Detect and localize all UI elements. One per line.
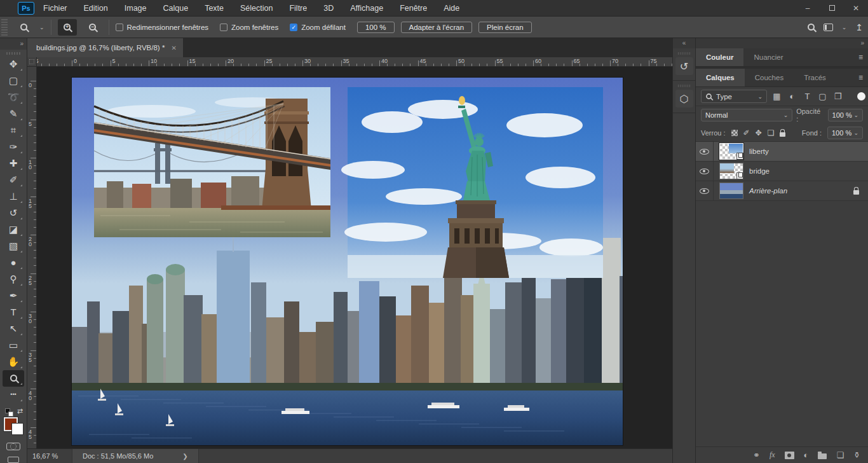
- tab-couleur[interactable]: Couleur: [696, 48, 743, 66]
- opacity-field[interactable]: 100 % ⌄: [828, 109, 863, 121]
- zoom-tool[interactable]: [3, 370, 24, 387]
- toolbar-grip[interactable]: [6, 52, 20, 55]
- lock-pixels-icon[interactable]: ✐: [743, 128, 750, 137]
- tab-couches[interactable]: Couches: [745, 69, 794, 86]
- menu-fenêtre[interactable]: Fenêtre: [400, 4, 427, 13]
- menu-edition[interactable]: Edition: [84, 4, 108, 13]
- share-icon[interactable]: ↥: [855, 22, 863, 32]
- pen-tool[interactable]: ✒: [3, 287, 24, 304]
- rectangular-marquee-tool[interactable]: ▢: [3, 73, 24, 89]
- visibility-toggle[interactable]: [696, 181, 714, 200]
- layer-thumbnail[interactable]: [719, 183, 743, 199]
- dock-collapse-chevron[interactable]: »: [696, 38, 868, 48]
- button-100-%[interactable]: 100 %: [357, 22, 395, 33]
- tab-traces[interactable]: Tracés: [794, 69, 836, 86]
- menu-filtre[interactable]: Filtre: [289, 4, 307, 13]
- checkbox-redimensionner-fenêtres[interactable]: Redimensionner fenêtres: [116, 24, 209, 31]
- lock-artboard-icon[interactable]: ❏: [768, 128, 775, 137]
- eraser-tool[interactable]: ◪: [3, 221, 24, 238]
- menu-sélection[interactable]: Sélection: [240, 4, 273, 13]
- horizontal-ruler[interactable]: 5051015202530354045505560657075: [37, 57, 672, 67]
- lasso-tool[interactable]: ➰: [3, 89, 24, 106]
- toolbar-collapse-chevron[interactable]: »: [0, 38, 27, 50]
- filter-type-dropdown[interactable]: Type ⌄: [701, 90, 767, 103]
- adjustment-layer-icon[interactable]: ◐: [804, 450, 809, 460]
- lock-all-icon[interactable]: [780, 132, 785, 137]
- clone-stamp-tool[interactable]: ⊥: [3, 188, 24, 205]
- adjustment-layer-filter-icon[interactable]: ◐: [787, 92, 797, 101]
- lock-position-icon[interactable]: ✥: [756, 128, 762, 137]
- zoom-out-button[interactable]: −: [83, 19, 102, 36]
- document-canvas[interactable]: [72, 78, 623, 445]
- ruler-origin[interactable]: [27, 57, 37, 67]
- document-info[interactable]: Doc : 51,5 Mo/85,6 Mo ❯: [72, 449, 199, 463]
- restore-button[interactable]: [820, 0, 844, 17]
- visibility-toggle[interactable]: [696, 142, 714, 161]
- layer-row-liberty[interactable]: liberty: [696, 142, 868, 162]
- workspace-icon[interactable]: [824, 24, 833, 31]
- menu-affichage[interactable]: Affichage: [350, 4, 383, 13]
- type-tool[interactable]: T: [3, 304, 24, 321]
- new-group-icon[interactable]: [818, 452, 827, 459]
- filter-toggle[interactable]: [857, 92, 865, 100]
- zoom-level-field[interactable]: 16,67 %: [27, 452, 72, 460]
- menu-fichier[interactable]: Fichier: [43, 4, 67, 13]
- history-brush-tool[interactable]: ↺: [3, 205, 24, 221]
- smart-object-filter-icon[interactable]: ❐: [832, 92, 843, 101]
- path-selection-tool[interactable]: ↖: [3, 321, 24, 337]
- document-tab[interactable]: buildings.jpg @ 16,7% (liberty, RVB/8) *…: [27, 38, 183, 57]
- hand-tool[interactable]: ✋: [3, 354, 24, 370]
- tab-close-icon[interactable]: ✕: [171, 45, 176, 52]
- link-layers-icon[interactable]: ⚭: [753, 450, 760, 460]
- layer-style-icon[interactable]: fx: [770, 450, 775, 460]
- tool-preset-chevron[interactable]: ⌄: [39, 24, 44, 31]
- minimize-button[interactable]: –: [796, 0, 820, 17]
- edit-toolbar[interactable]: •••: [3, 387, 24, 403]
- layer-row-bridge[interactable]: bridge: [696, 162, 868, 181]
- new-layer-icon[interactable]: ❏: [836, 450, 844, 460]
- gradient-tool[interactable]: ▧: [3, 238, 24, 254]
- tab-nuancier[interactable]: Nuancier: [743, 48, 793, 66]
- button-plein-écran[interactable]: Plein écran: [478, 22, 532, 33]
- eyedropper-tool[interactable]: ✑: [3, 139, 24, 155]
- blend-mode-dropdown[interactable]: Normal ⌄: [701, 109, 792, 121]
- layer-thumbnail[interactable]: [719, 143, 743, 160]
- menu-calque[interactable]: Calque: [163, 4, 189, 13]
- zoom-in-button[interactable]: +: [58, 19, 77, 36]
- checkbox-zoom-défilant[interactable]: ✓Zoom défilant: [290, 24, 346, 31]
- tab-calques[interactable]: Calques: [696, 69, 745, 86]
- blur-tool[interactable]: ●: [3, 254, 24, 271]
- lock-transparency-icon[interactable]: [731, 130, 738, 136]
- layer-mask-icon[interactable]: [785, 452, 794, 459]
- brush-tool[interactable]: ✐: [3, 172, 24, 188]
- shape-layer-filter-icon[interactable]: ▢: [817, 92, 828, 101]
- status-chevron-icon[interactable]: ❯: [182, 453, 187, 460]
- current-tool-icon[interactable]: [14, 19, 33, 36]
- default-swap-colors[interactable]: ⇄: [4, 407, 23, 415]
- search-icon[interactable]: [808, 24, 815, 31]
- quick-mask-button[interactable]: [6, 443, 20, 450]
- fill-field[interactable]: 100 % ⌄: [827, 127, 863, 139]
- layer-row-arriere-plan[interactable]: Arrière-plan: [696, 181, 868, 201]
- canvas-workspace[interactable]: 5051015202530354045505560657075 051 01 5…: [27, 57, 672, 448]
- spot-healing-brush-tool[interactable]: ✚: [3, 155, 24, 172]
- quick-selection-tool[interactable]: ✎: [3, 106, 24, 122]
- background-lock-icon[interactable]: [853, 190, 859, 195]
- workspace-chevron[interactable]: ⌄: [842, 24, 847, 31]
- checkbox-zoom-fenêtres[interactable]: Zoom fenêtres: [220, 24, 278, 31]
- delete-layer-icon[interactable]: ⚱: [853, 450, 860, 460]
- close-button[interactable]: ✕: [844, 0, 868, 17]
- button-adapter-à-l'écran[interactable]: Adapter à l'écran: [401, 22, 473, 33]
- rectangle-tool[interactable]: ▭: [3, 337, 24, 354]
- vertical-ruler[interactable]: 051 01 52 02 53 03 54 04 5: [27, 67, 37, 448]
- history-panel-icon[interactable]: ↺: [675, 57, 693, 75]
- pixel-layer-filter-icon[interactable]: ▦: [771, 92, 782, 101]
- layer-thumbnail[interactable]: [719, 163, 743, 179]
- menu-image[interactable]: Image: [125, 4, 147, 13]
- type-layer-filter-icon[interactable]: T: [802, 92, 813, 101]
- move-tool[interactable]: ✥: [3, 56, 24, 73]
- menu-aide[interactable]: Aide: [444, 4, 459, 13]
- crop-tool[interactable]: ⌗: [3, 122, 24, 139]
- menu-3d[interactable]: 3D: [323, 4, 334, 13]
- panel-menu-icon[interactable]: ≡: [858, 53, 863, 62]
